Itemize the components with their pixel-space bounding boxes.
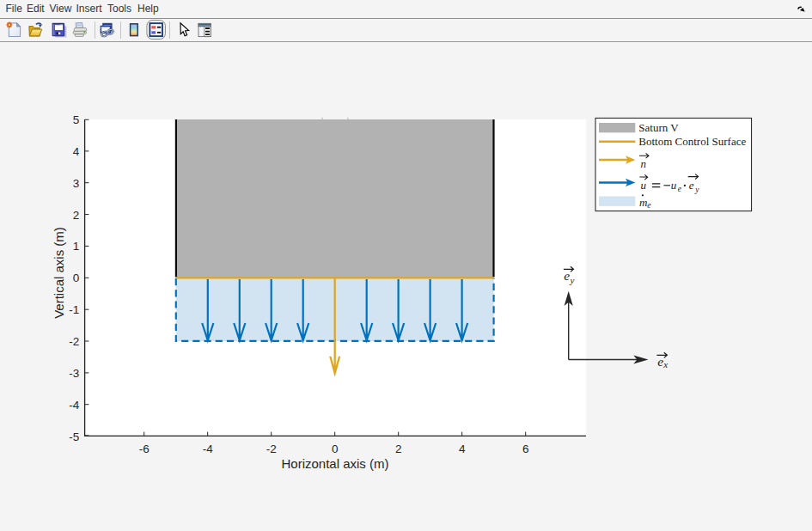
svg-text:-5: -5: [69, 430, 79, 443]
svg-text:e: e: [564, 268, 570, 283]
svg-text:2: 2: [73, 209, 80, 222]
svg-text:e: e: [647, 201, 650, 210]
svg-text:5: 5: [73, 113, 80, 126]
svg-text:4: 4: [73, 145, 80, 158]
svg-text:-1: -1: [69, 303, 79, 316]
svg-text:e: e: [678, 185, 681, 193]
svg-text:u: u: [641, 179, 647, 192]
svg-text:-3: -3: [69, 367, 79, 380]
svg-text:6: 6: [522, 442, 529, 455]
svg-text:e: e: [689, 179, 694, 192]
svg-text:n: n: [641, 157, 647, 170]
svg-text:1: 1: [73, 241, 80, 253]
svg-text:Horizontal axis (m): Horizontal axis (m): [281, 456, 388, 471]
svg-text:3: 3: [73, 177, 80, 190]
svg-text:y: y: [569, 275, 574, 285]
svg-text:0: 0: [332, 442, 339, 455]
svg-text:-6: -6: [139, 442, 150, 455]
svg-text:-4: -4: [203, 442, 213, 455]
svg-text:2: 2: [395, 442, 402, 455]
svg-text:4: 4: [459, 442, 466, 455]
svg-text:-2: -2: [69, 335, 79, 348]
svg-text:x: x: [662, 359, 668, 369]
svg-text:Saturn V: Saturn V: [638, 121, 679, 134]
svg-text:u: u: [671, 179, 677, 192]
svg-text:m: m: [639, 196, 647, 209]
svg-text:y: y: [694, 186, 699, 194]
svg-text:-4: -4: [69, 399, 79, 412]
svg-text:e: e: [657, 354, 663, 369]
svg-text:-2: -2: [266, 442, 277, 455]
svg-text:Bottom Control Surface: Bottom Control Surface: [638, 135, 746, 148]
svg-text:Vertical axis (m): Vertical axis (m): [52, 227, 66, 319]
svg-text:0: 0: [73, 272, 80, 284]
